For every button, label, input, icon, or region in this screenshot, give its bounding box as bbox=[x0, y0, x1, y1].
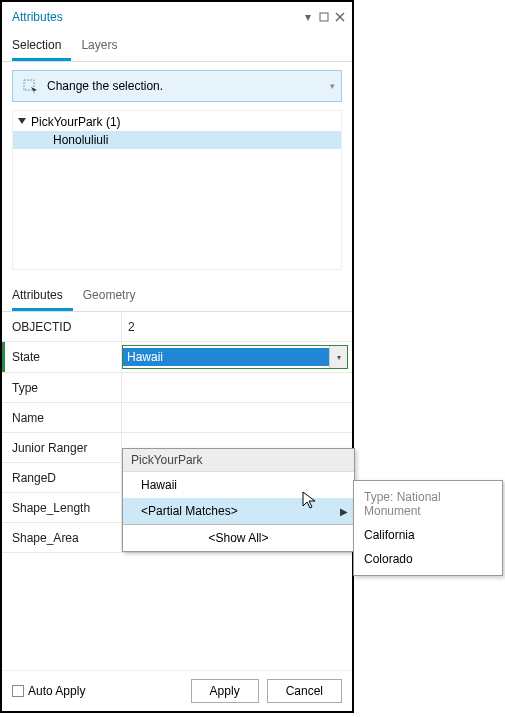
label-name: Name bbox=[2, 403, 122, 432]
tab-attributes[interactable]: Attributes bbox=[12, 284, 73, 311]
tree-root-label: PickYourPark (1) bbox=[31, 115, 121, 129]
top-tabs: Selection Layers bbox=[2, 24, 352, 62]
submenu-arrow-icon: ▶ bbox=[340, 506, 348, 517]
tab-geometry[interactable]: Geometry bbox=[83, 284, 146, 311]
label-junior-ranger: Junior Ranger bbox=[2, 433, 122, 462]
checkbox-box-icon bbox=[12, 685, 24, 697]
label-ranged: RangeD bbox=[2, 463, 122, 492]
label-shape-length: Shape_Length bbox=[2, 493, 122, 522]
auto-apply-checkbox[interactable]: Auto Apply bbox=[12, 684, 85, 698]
svg-rect-0 bbox=[320, 13, 328, 21]
value-type[interactable] bbox=[122, 373, 352, 402]
submenu-type-header: Type: National Monument bbox=[354, 485, 502, 523]
close-icon[interactable] bbox=[334, 11, 346, 23]
change-selection-dropdown[interactable]: Change the selection. ▾ bbox=[12, 70, 342, 102]
tab-layers[interactable]: Layers bbox=[81, 34, 127, 61]
dropdown-item-partial-matches[interactable]: <Partial Matches> ▶ bbox=[123, 498, 354, 524]
dropdown-group-header: PickYourPark bbox=[123, 449, 354, 472]
row-name: Name bbox=[2, 403, 352, 433]
row-type: Type bbox=[2, 373, 352, 403]
footer: Auto Apply Apply Cancel bbox=[2, 670, 352, 711]
submenu-item-colorado[interactable]: Colorado bbox=[354, 547, 502, 571]
label-state: State bbox=[2, 342, 122, 372]
dropdown-item-hawaii[interactable]: Hawaii bbox=[123, 472, 354, 498]
auto-apply-label: Auto Apply bbox=[28, 684, 85, 698]
label-objectid: OBJECTID bbox=[2, 312, 122, 341]
dropdown-item-partial-label: <Partial Matches> bbox=[141, 504, 238, 518]
spacer bbox=[2, 553, 352, 670]
label-shape-area: Shape_Area bbox=[2, 523, 122, 552]
titlebar: Attributes ▾ bbox=[2, 2, 352, 24]
maximize-icon[interactable] bbox=[318, 11, 330, 23]
cancel-button[interactable]: Cancel bbox=[267, 679, 342, 703]
row-state: State Hawaii ▾ bbox=[2, 342, 352, 373]
dropdown-arrow-icon: ▾ bbox=[330, 81, 335, 91]
tree-child-label: Honoluliuli bbox=[53, 133, 108, 147]
attributes-panel: Attributes ▾ Selection Layers Change the… bbox=[0, 0, 354, 713]
bottom-tabs: Attributes Geometry bbox=[2, 274, 352, 312]
partial-matches-submenu: Type: National Monument California Color… bbox=[353, 480, 503, 576]
window-controls: ▾ bbox=[302, 11, 346, 23]
row-objectid: OBJECTID 2 bbox=[2, 312, 352, 342]
tree-root-row[interactable]: PickYourPark (1) bbox=[13, 113, 341, 131]
tree-child-row[interactable]: Honoluliuli bbox=[13, 131, 341, 149]
change-selection-label: Change the selection. bbox=[47, 79, 163, 93]
apply-button[interactable]: Apply bbox=[191, 679, 259, 703]
state-combobox[interactable]: Hawaii ▾ bbox=[122, 345, 348, 369]
menu-icon[interactable]: ▾ bbox=[302, 11, 314, 23]
tab-selection[interactable]: Selection bbox=[12, 34, 71, 61]
state-value[interactable]: Hawaii bbox=[123, 348, 329, 366]
panel-title: Attributes bbox=[12, 10, 302, 24]
state-dropdown-list: PickYourPark Hawaii <Partial Matches> ▶ … bbox=[122, 448, 355, 552]
selection-tree: PickYourPark (1) Honoluliuli bbox=[12, 110, 342, 270]
dropdown-show-all[interactable]: <Show All> bbox=[123, 525, 354, 551]
submenu-item-california[interactable]: California bbox=[354, 523, 502, 547]
label-type: Type bbox=[2, 373, 122, 402]
value-name[interactable] bbox=[122, 403, 352, 432]
selection-icon bbox=[21, 77, 39, 95]
tree-caret-icon[interactable] bbox=[17, 117, 27, 127]
combo-dropdown-button[interactable]: ▾ bbox=[329, 346, 347, 368]
value-objectid[interactable]: 2 bbox=[122, 312, 352, 341]
